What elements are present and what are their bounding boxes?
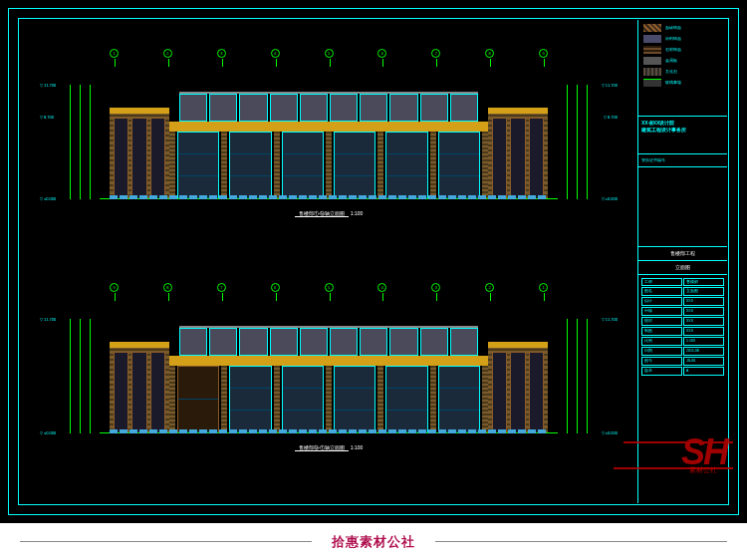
elevation-bottom: 9 8 7 6 5 4 3 2 1 11.700 ±0.000 11.700 ±… <box>100 299 558 453</box>
legend-row: 玻璃幕墙 <box>643 79 723 87</box>
tb-field-value: XXX <box>683 297 724 306</box>
ground-curtain-wall <box>169 132 488 199</box>
tb-field-label: 版本 <box>641 367 682 376</box>
material-legend: 面砖饰面涂料饰面石材饰面金属板文化石玻璃幕墙 <box>643 24 723 90</box>
level-marker: 8.700 <box>40 115 54 120</box>
tb-field-label: 图号 <box>641 357 682 366</box>
dim-vertical <box>70 319 71 433</box>
tb-field-value: 立面图 <box>683 287 724 296</box>
dim-vertical <box>577 85 578 199</box>
axis-bubble: 6 <box>271 283 280 292</box>
plinth-hatch <box>110 429 548 433</box>
legend-row: 文化石 <box>643 68 723 76</box>
axis-grid-top: 1 2 3 4 5 6 7 8 9 <box>110 49 548 58</box>
tb-field-value: A <box>683 367 724 376</box>
level-marker: ±0.000 <box>40 430 56 435</box>
level-marker: 11.700 <box>602 83 618 88</box>
firm-header: XX省XX设计院 建筑工程设计事务所 <box>638 116 727 153</box>
tb-field-value: XXX <box>683 307 724 316</box>
end-pavilion-left <box>110 342 169 433</box>
axis-bubble: 5 <box>325 283 334 292</box>
legend-swatch <box>643 24 661 32</box>
tb-field-value: 2015.08 <box>683 347 724 356</box>
legend-swatch <box>643 79 661 87</box>
level-marker: 8.700 <box>604 115 618 120</box>
dim-vertical <box>80 85 81 199</box>
axis-grid-bot: 9 8 7 6 5 4 3 2 1 <box>110 283 548 292</box>
level-marker: 11.700 <box>40 317 56 322</box>
legend-row: 涂料饰面 <box>643 35 723 43</box>
axis-bubble: 3 <box>217 49 226 58</box>
end-columns <box>492 118 544 199</box>
axis-bubble: 5 <box>325 49 334 58</box>
axis-bubble: 7 <box>217 283 226 292</box>
legend-row: 石材饰面 <box>643 46 723 54</box>
page-banner: 拾惠素材公社 <box>0 523 747 560</box>
building-mass <box>110 90 548 199</box>
legend-row: 面砖饰面 <box>643 24 723 32</box>
axis-bubble: 2 <box>485 283 494 292</box>
end-pavilion-right <box>488 108 548 199</box>
tb-field-label: 日期 <box>641 347 682 356</box>
legend-label: 玻璃幕墙 <box>665 81 681 85</box>
dim-vertical <box>90 85 91 199</box>
drawing-area[interactable]: 1 2 3 4 5 6 7 8 9 11.700 8.700 ±0.000 11… <box>20 20 637 503</box>
legend-row: 金属板 <box>643 57 723 65</box>
dim-vertical <box>90 319 91 433</box>
end-columns <box>114 118 165 199</box>
tb-field-value: 1:100 <box>683 337 724 346</box>
dim-vertical <box>567 85 568 199</box>
level-marker: ±0.000 <box>602 196 618 201</box>
elevation-top: 1 2 3 4 5 6 7 8 9 11.700 8.700 ±0.000 11… <box>100 65 558 219</box>
stamp-area <box>638 166 727 246</box>
banner-rule-left <box>20 541 312 542</box>
axis-bubble: 9 <box>539 49 548 58</box>
axis-bubble: 8 <box>485 49 494 58</box>
banner-rule-right <box>435 541 727 542</box>
cert-block: 资质证书编号 <box>638 153 727 166</box>
axis-bubble: 1 <box>539 283 548 292</box>
dim-vertical <box>70 85 71 199</box>
tb-field-label: 制图 <box>641 327 682 336</box>
axis-bubble: 2 <box>163 49 172 58</box>
tb-field-label: 比例 <box>641 337 682 346</box>
watermark-sub: 素材公社 <box>689 465 717 475</box>
drawing-name: 立面图 <box>638 260 727 274</box>
end-pavilion-right <box>488 342 548 433</box>
legend-label: 面砖饰面 <box>665 26 681 30</box>
dim-vertical <box>587 85 588 199</box>
title-block-grid: 工程售楼部图名立面图设计XXX审核XXX校对XXX制图XXX比例1:100日期2… <box>638 274 727 379</box>
axis-bubble: 7 <box>431 49 440 58</box>
dim-vertical <box>577 319 578 433</box>
view-caption-top: 售楼部①-⑨轴立面图 1:100 <box>100 210 558 217</box>
dim-vertical <box>567 319 568 433</box>
axis-bubble: 9 <box>110 283 119 292</box>
tb-field-label: 校对 <box>641 317 682 326</box>
building-mass <box>110 324 548 433</box>
axis-bubble: 4 <box>377 283 386 292</box>
dim-vertical <box>587 319 588 433</box>
third-floor-band <box>179 92 478 122</box>
view-caption-bot: 售楼部⑨-①轴立面图 1:100 <box>100 444 558 451</box>
legend-label: 石材饰面 <box>665 48 681 52</box>
axis-bubble: 4 <box>271 49 280 58</box>
axis-bubble: 3 <box>431 283 440 292</box>
legend-swatch <box>643 46 661 54</box>
project-name: 售楼部工程 <box>638 246 727 260</box>
legend-label: 文化石 <box>665 70 677 74</box>
tb-field-value: JS-06 <box>683 357 724 366</box>
banner-text: 拾惠素材公社 <box>332 533 415 551</box>
cad-viewport[interactable]: 1 2 3 4 5 6 7 8 9 11.700 8.700 ±0.000 11… <box>0 0 747 523</box>
central-block <box>169 326 488 433</box>
level-marker: ±0.000 <box>602 430 618 435</box>
tb-field-label: 审核 <box>641 307 682 316</box>
axis-bubble: 6 <box>377 49 386 58</box>
spandrel-band <box>169 122 488 132</box>
tb-field-label: 设计 <box>641 297 682 306</box>
level-marker: 11.700 <box>602 317 618 322</box>
legend-label: 涂料饰面 <box>665 37 681 41</box>
cornice-band <box>110 108 169 114</box>
end-pavilion-left <box>110 108 169 199</box>
level-marker: ±0.000 <box>40 196 56 201</box>
tb-field-label: 图名 <box>641 287 682 296</box>
